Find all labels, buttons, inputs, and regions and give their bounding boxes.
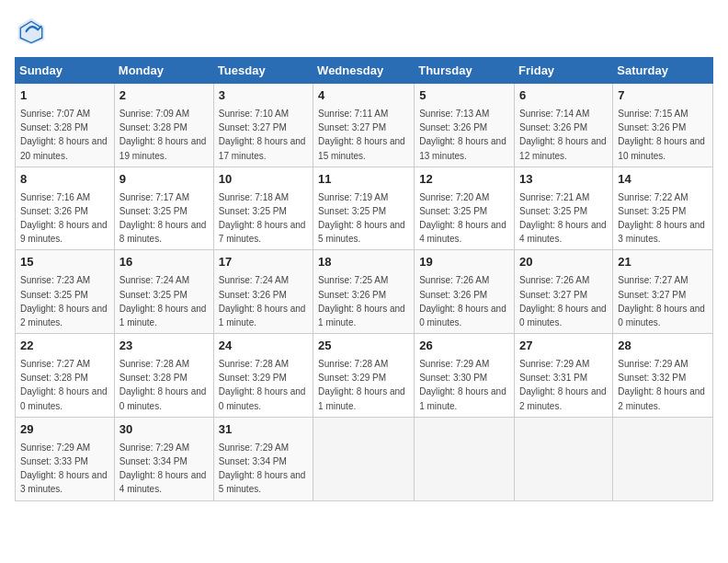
col-header-monday: Monday [114,58,213,84]
day-info: Sunrise: 7:24 AMSunset: 3:25 PMDaylight:… [119,275,207,327]
calendar-cell: 17 Sunrise: 7:24 AMSunset: 3:26 PMDaylig… [213,250,313,334]
calendar-cell [313,417,415,500]
calendar-cell: 5 Sunrise: 7:13 AMSunset: 3:26 PMDayligh… [415,84,515,167]
calendar-cell: 18 Sunrise: 7:25 AMSunset: 3:26 PMDaylig… [313,250,415,334]
day-number: 28 [618,338,708,355]
col-header-thursday: Thursday [415,58,515,84]
calendar-cell: 8 Sunrise: 7:16 AMSunset: 3:26 PMDayligh… [16,167,115,250]
day-number: 3 [219,87,308,105]
day-info: Sunrise: 7:20 AMSunset: 3:25 PMDaylight:… [419,192,506,245]
col-header-friday: Friday [515,58,613,84]
day-number: 25 [318,338,409,355]
day-number: 7 [618,87,708,105]
day-number: 6 [519,87,608,105]
calendar-cell: 26 Sunrise: 7:29 AMSunset: 3:30 PMDaylig… [415,334,515,418]
day-number: 4 [318,87,409,105]
calendar-cell: 29 Sunrise: 7:29 AMSunset: 3:33 PMDaylig… [16,417,115,500]
calendar-cell: 1 Sunrise: 7:07 AMSunset: 3:28 PMDayligh… [16,84,115,167]
calendar-cell: 20 Sunrise: 7:26 AMSunset: 3:27 PMDaylig… [515,250,613,334]
day-number: 11 [318,171,409,189]
calendar-cell: 12 Sunrise: 7:20 AMSunset: 3:25 PMDaylig… [415,167,515,250]
day-info: Sunrise: 7:18 AMSunset: 3:25 PMDaylight:… [219,192,306,245]
calendar-cell: 28 Sunrise: 7:29 AMSunset: 3:32 PMDaylig… [613,334,713,418]
calendar-cell: 7 Sunrise: 7:15 AMSunset: 3:26 PMDayligh… [613,84,713,167]
calendar-cell: 4 Sunrise: 7:11 AMSunset: 3:27 PMDayligh… [313,84,415,167]
calendar-cell: 22 Sunrise: 7:27 AMSunset: 3:28 PMDaylig… [16,334,115,418]
calendar-table: SundayMondayTuesdayWednesdayThursdayFrid… [15,57,713,501]
day-number: 23 [119,338,209,355]
day-number: 12 [419,171,509,189]
day-number: 29 [20,421,109,439]
day-info: Sunrise: 7:28 AMSunset: 3:29 PMDaylight:… [318,359,405,411]
calendar-cell [515,417,613,500]
day-info: Sunrise: 7:09 AMSunset: 3:28 PMDaylight:… [119,109,207,161]
day-number: 2 [119,87,209,105]
day-info: Sunrise: 7:21 AMSunset: 3:25 PMDaylight:… [519,192,607,245]
calendar-cell: 10 Sunrise: 7:18 AMSunset: 3:25 PMDaylig… [213,167,313,250]
calendar-cell: 14 Sunrise: 7:22 AMSunset: 3:25 PMDaylig… [613,167,713,250]
day-number: 18 [318,254,409,271]
day-info: Sunrise: 7:11 AMSunset: 3:27 PMDaylight:… [318,109,405,161]
day-info: Sunrise: 7:15 AMSunset: 3:26 PMDaylight:… [618,109,705,161]
day-info: Sunrise: 7:27 AMSunset: 3:27 PMDaylight:… [618,275,705,327]
day-info: Sunrise: 7:17 AMSunset: 3:25 PMDaylight:… [119,192,207,245]
calendar-cell: 27 Sunrise: 7:29 AMSunset: 3:31 PMDaylig… [515,334,613,418]
day-number: 5 [419,87,509,105]
day-number: 26 [419,338,509,355]
calendar-cell: 9 Sunrise: 7:17 AMSunset: 3:25 PMDayligh… [114,167,213,250]
col-header-tuesday: Tuesday [213,58,313,84]
calendar-week-row: 1 Sunrise: 7:07 AMSunset: 3:28 PMDayligh… [16,84,713,167]
logo-icon [15,15,48,48]
day-number: 19 [419,254,509,271]
day-info: Sunrise: 7:29 AMSunset: 3:34 PMDaylight:… [219,442,306,495]
day-number: 31 [219,421,308,439]
day-info: Sunrise: 7:23 AMSunset: 3:25 PMDaylight:… [20,275,108,327]
day-info: Sunrise: 7:22 AMSunset: 3:25 PMDaylight:… [618,192,705,245]
day-info: Sunrise: 7:26 AMSunset: 3:27 PMDaylight:… [519,275,607,327]
calendar-cell: 6 Sunrise: 7:14 AMSunset: 3:26 PMDayligh… [515,84,613,167]
day-number: 22 [20,338,109,355]
calendar-cell: 23 Sunrise: 7:28 AMSunset: 3:28 PMDaylig… [114,334,213,418]
day-number: 30 [119,421,209,439]
day-number: 27 [519,338,608,355]
day-number: 21 [618,254,708,271]
day-info: Sunrise: 7:29 AMSunset: 3:33 PMDaylight:… [20,442,108,495]
calendar-cell: 16 Sunrise: 7:24 AMSunset: 3:25 PMDaylig… [114,250,213,334]
calendar-week-row: 22 Sunrise: 7:27 AMSunset: 3:28 PMDaylig… [16,334,713,418]
calendar-cell: 15 Sunrise: 7:23 AMSunset: 3:25 PMDaylig… [16,250,115,334]
day-number: 8 [20,171,109,189]
day-info: Sunrise: 7:28 AMSunset: 3:28 PMDaylight:… [119,359,207,411]
col-header-wednesday: Wednesday [313,58,415,84]
day-info: Sunrise: 7:10 AMSunset: 3:27 PMDaylight:… [219,109,306,161]
day-info: Sunrise: 7:25 AMSunset: 3:26 PMDaylight:… [318,275,405,327]
calendar-cell: 11 Sunrise: 7:19 AMSunset: 3:25 PMDaylig… [313,167,415,250]
day-info: Sunrise: 7:29 AMSunset: 3:32 PMDaylight:… [618,359,705,411]
calendar-week-row: 15 Sunrise: 7:23 AMSunset: 3:25 PMDaylig… [16,250,713,334]
day-info: Sunrise: 7:19 AMSunset: 3:25 PMDaylight:… [318,192,405,245]
day-number: 17 [219,254,308,271]
day-number: 13 [519,171,608,189]
day-info: Sunrise: 7:14 AMSunset: 3:26 PMDaylight:… [519,109,607,161]
calendar-cell: 25 Sunrise: 7:28 AMSunset: 3:29 PMDaylig… [313,334,415,418]
day-number: 20 [519,254,608,271]
calendar-cell: 2 Sunrise: 7:09 AMSunset: 3:28 PMDayligh… [114,84,213,167]
calendar-cell: 21 Sunrise: 7:27 AMSunset: 3:27 PMDaylig… [613,250,713,334]
day-number: 15 [20,254,109,271]
calendar-header-row: SundayMondayTuesdayWednesdayThursdayFrid… [16,58,713,84]
col-header-sunday: Sunday [16,58,115,84]
calendar-cell: 19 Sunrise: 7:26 AMSunset: 3:26 PMDaylig… [415,250,515,334]
calendar-cell: 24 Sunrise: 7:28 AMSunset: 3:29 PMDaylig… [213,334,313,418]
day-info: Sunrise: 7:29 AMSunset: 3:34 PMDaylight:… [119,442,207,495]
day-number: 9 [119,171,209,189]
calendar-cell [415,417,515,500]
calendar-cell: 3 Sunrise: 7:10 AMSunset: 3:27 PMDayligh… [213,84,313,167]
day-info: Sunrise: 7:13 AMSunset: 3:26 PMDaylight:… [419,109,506,161]
day-number: 1 [20,87,109,105]
calendar-week-row: 29 Sunrise: 7:29 AMSunset: 3:33 PMDaylig… [16,417,713,500]
logo [15,15,53,48]
day-info: Sunrise: 7:27 AMSunset: 3:28 PMDaylight:… [20,359,108,411]
day-number: 14 [618,171,708,189]
day-info: Sunrise: 7:26 AMSunset: 3:26 PMDaylight:… [419,275,506,327]
calendar-week-row: 8 Sunrise: 7:16 AMSunset: 3:26 PMDayligh… [16,167,713,250]
calendar-cell: 13 Sunrise: 7:21 AMSunset: 3:25 PMDaylig… [515,167,613,250]
